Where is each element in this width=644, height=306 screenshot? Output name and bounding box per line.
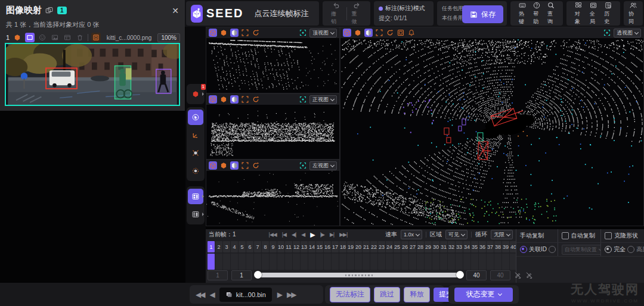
focus-icon[interactable] [299, 161, 307, 170]
prev-file-button[interactable]: ◀ [209, 291, 213, 299]
pointcloud-left-view[interactable] [206, 171, 339, 226]
frame-track-cell[interactable] [370, 254, 377, 270]
frame-track-cell[interactable] [487, 254, 494, 270]
frame-track-cell[interactable] [355, 254, 362, 270]
frame-cell[interactable]: 8 [262, 241, 269, 252]
frame-track-cell[interactable] [215, 254, 222, 270]
bell-icon[interactable] [407, 29, 416, 37]
expand-icon[interactable] [241, 161, 249, 170]
layout-alt-button[interactable] [188, 207, 203, 222]
save-button[interactable]: 保存 [462, 5, 503, 23]
image-icon[interactable] [50, 33, 60, 42]
frame-cell[interactable]: 6 [246, 241, 253, 252]
frame-cell[interactable]: 4 [231, 241, 238, 252]
cube-solid-icon[interactable] [354, 29, 362, 37]
frame-cell[interactable]: 17 [332, 241, 339, 252]
cube-shaded-icon[interactable] [230, 29, 239, 37]
region-select[interactable]: 可见 [445, 230, 467, 239]
rotate-icon[interactable] [252, 161, 260, 170]
cube-wire-icon[interactable] [209, 95, 217, 104]
hotkey-button[interactable]: 热键 [515, 2, 530, 26]
slider-left-handle[interactable] [254, 271, 262, 279]
rate-select[interactable]: 1.0x [401, 230, 422, 239]
box-select-icon[interactable] [91, 33, 101, 42]
frame-cell[interactable]: 28 [417, 241, 424, 252]
cube-shaded-icon[interactable] [230, 161, 239, 170]
frame-track-cell[interactable] [262, 254, 269, 270]
playback-step-button[interactable]: ▶▶| [339, 232, 347, 238]
frame-cell[interactable]: 7 [254, 241, 261, 252]
last-file-button[interactable]: ▶▶ [287, 291, 295, 299]
expand-icon[interactable] [375, 29, 383, 37]
playback-step-button[interactable]: |▶ [320, 232, 324, 238]
frame-track-cell[interactable] [401, 254, 408, 270]
view-selector[interactable]: 透视图 [614, 29, 641, 38]
next-file-button[interactable]: ▶ [277, 291, 281, 299]
query-button[interactable]: 查询 [544, 2, 558, 26]
frame-cell[interactable]: 38 [494, 241, 501, 252]
frame-cell[interactable]: 24 [386, 241, 393, 252]
frame-cell[interactable]: 39 [502, 241, 509, 252]
radio-icon[interactable] [627, 246, 634, 253]
radio-icon[interactable] [605, 246, 612, 253]
select-tool[interactable] [188, 110, 203, 125]
cube-wire-icon[interactable] [209, 29, 217, 37]
frame-track-cell[interactable] [502, 254, 509, 270]
frame-cell[interactable]: 34 [463, 241, 470, 252]
frame-track-cell[interactable] [440, 254, 447, 270]
radio-icon[interactable] [520, 246, 527, 253]
height-option[interactable]: 高度 [636, 245, 644, 254]
frame-cell[interactable]: 29 [425, 241, 432, 252]
object-button[interactable]: 对象 [571, 2, 586, 26]
frame-track-cell[interactable] [471, 254, 478, 270]
frame-track-cell[interactable] [277, 254, 284, 270]
frame-cell[interactable]: 1 [208, 241, 215, 252]
view-selector[interactable]: 左视图 [309, 161, 337, 170]
frame-track-cell[interactable] [494, 254, 501, 270]
frame-cell[interactable]: 31 [440, 241, 447, 252]
frame-track-cell[interactable] [270, 254, 277, 270]
assoc-id-option[interactable]: 关联ID [529, 245, 547, 254]
frame-track-cell[interactable] [293, 254, 300, 270]
cube-shaded-icon[interactable] [230, 95, 239, 104]
cube-solid-icon[interactable] [219, 29, 228, 37]
frame-cell[interactable]: 36 [479, 241, 486, 252]
redo-button[interactable]: 重做 [348, 2, 366, 26]
frame-cell[interactable]: 3 [223, 241, 230, 252]
frame-cell[interactable]: 9 [270, 241, 277, 252]
range-start-min[interactable]: 1 [208, 270, 228, 280]
frame-range-slider[interactable] [255, 273, 463, 277]
help-button[interactable]: 帮助 [530, 2, 544, 26]
frame-track-cell[interactable] [285, 254, 292, 270]
frame-track-cell[interactable] [456, 254, 463, 270]
frame-cell[interactable]: 16 [324, 241, 331, 252]
close-icon[interactable]: ✕ [172, 6, 179, 15]
frame-cell[interactable]: 15 [316, 241, 323, 252]
range-end-input[interactable]: 40 [466, 270, 487, 280]
pointcloud-front-view[interactable] [206, 105, 339, 159]
frame-track-cell[interactable] [347, 254, 354, 270]
release-button[interactable]: 释放 [404, 287, 430, 302]
rotate-icon[interactable] [252, 29, 260, 37]
cube-shaded-icon[interactable] [364, 29, 373, 37]
frame-cell[interactable]: 30 [432, 241, 439, 252]
frame-cell[interactable]: 11 [285, 241, 292, 252]
trash-icon[interactable] [75, 33, 85, 42]
frame-track-cell[interactable] [432, 254, 439, 270]
frame-cell[interactable]: 5 [239, 241, 246, 252]
layout-split-button[interactable] [188, 189, 203, 204]
frame-cell[interactable]: 12 [293, 241, 300, 252]
frame-track-cell[interactable] [223, 254, 230, 270]
annotation-mode[interactable]: 标注(标注)模式 [379, 4, 425, 13]
playback-step-button[interactable]: ◀ [301, 232, 305, 238]
frame-cell[interactable]: 20 [355, 241, 362, 252]
rotate-tool[interactable] [188, 163, 203, 179]
frame-track-cell[interactable] [339, 254, 346, 270]
cube-solid-icon[interactable] [219, 95, 228, 104]
frame-cell[interactable]: 22 [370, 241, 377, 252]
range-start-input[interactable]: 1 [231, 270, 252, 280]
frame-track-cell[interactable] [239, 254, 246, 270]
frame-cell[interactable]: 14 [308, 241, 315, 252]
collaborate-button[interactable]: 协同 [625, 2, 642, 26]
slider-right-handle[interactable] [456, 271, 464, 279]
